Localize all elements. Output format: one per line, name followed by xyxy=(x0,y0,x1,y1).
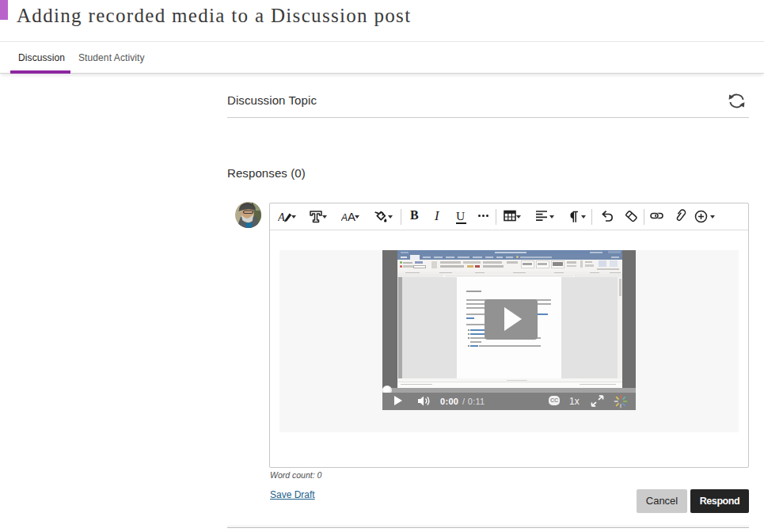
svg-text:A: A xyxy=(341,212,348,223)
svg-text:A: A xyxy=(278,211,285,223)
